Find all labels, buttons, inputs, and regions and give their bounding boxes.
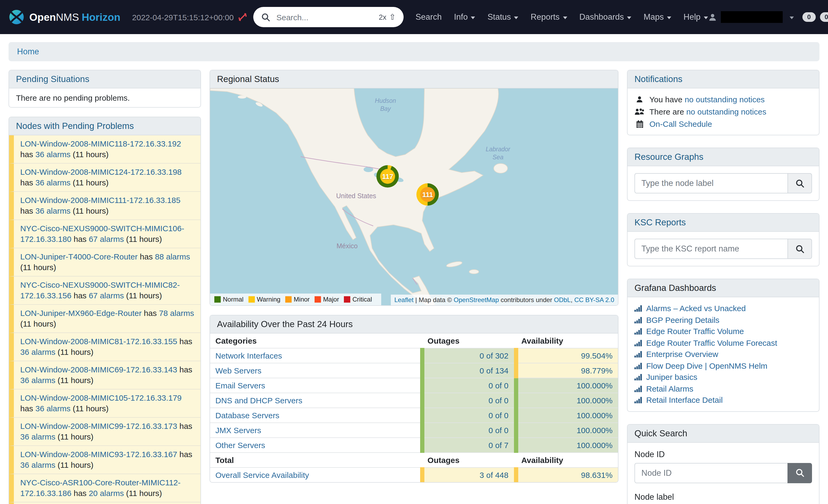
node-alarms-link[interactable]: 67 alarms — [89, 291, 124, 300]
node-alarms-link[interactable]: 78 alarms — [159, 309, 194, 318]
node-link[interactable]: LON-Window-2008-MIMIC118-172.16.33.192 — [20, 139, 181, 148]
node-problem-row: NYC-Cisco-NEXUS9000-SWITCH-MIMIC82-172.1… — [9, 276, 201, 305]
grafana-dashboards-panel: Grafana Dashboards Alarms – Acked vs Una… — [627, 279, 820, 412]
node-alarms-link[interactable]: 36 alarms — [36, 150, 71, 159]
brand-logo-link[interactable]: OpenNMSHorizon — [8, 9, 121, 25]
menu-item[interactable]: Help — [684, 12, 708, 22]
user-menu[interactable] — [708, 11, 794, 23]
overall-availability-cell: 98.631% — [516, 467, 618, 482]
node-alarms-link[interactable]: 67 alarms — [89, 234, 124, 243]
has-word: has — [72, 291, 89, 300]
node-problem-row: LON-Window-2008-MIMIC118-172.16.33.192 h… — [9, 135, 201, 164]
breadcrumb-home-link[interactable]: Home — [17, 47, 39, 56]
node-alarms-link[interactable]: 36 alarms — [20, 348, 55, 356]
grafana-dashboard-link[interactable]: Alarms – Acked vs Unacked — [646, 303, 746, 314]
bar-chart-icon — [634, 305, 642, 312]
time-sync-off-icon[interactable] — [239, 13, 247, 21]
resource-graphs-input[interactable] — [634, 173, 787, 193]
grafana-dashboard-link[interactable]: Retail Alarms — [646, 383, 693, 394]
notifications-title[interactable]: Notifications — [627, 70, 819, 88]
grafana-dashboard-link[interactable]: Edge Router Traffic Volume Forecast — [646, 337, 777, 349]
pending-situations-title[interactable]: Pending Situations — [9, 70, 201, 88]
menu-item[interactable]: Reports — [531, 12, 567, 22]
availability-total-row: Total Outages Availability — [210, 453, 618, 467]
node-id-search-button[interactable] — [787, 463, 812, 483]
ksc-reports-search-button[interactable] — [787, 239, 812, 259]
availability-cell: 100.000% — [516, 378, 618, 393]
map-cluster-marker-117[interactable]: 117 — [376, 165, 399, 188]
menu-item[interactable]: Maps — [644, 12, 671, 22]
main-menu: Search Info Status Reports Dashboards Ma… — [416, 12, 708, 22]
right-column: Notifications You have no outstanding no… — [627, 70, 820, 504]
menu-item[interactable]: Dashboards — [579, 12, 631, 22]
resource-graphs-search-button[interactable] — [787, 173, 812, 193]
node-alarms-link[interactable]: 36 alarms — [20, 432, 55, 441]
resource-graphs-title[interactable]: Resource Graphs — [627, 148, 819, 166]
node-duration: (11 hours) — [70, 178, 109, 187]
node-link[interactable]: LON-Juniper-MX960-Edge-Router — [20, 309, 141, 318]
category-link[interactable]: DNS and DHCP Servers — [215, 396, 302, 405]
ksc-reports-title[interactable]: KSC Reports — [627, 214, 819, 232]
left-column: Pending Situations There are no pending … — [8, 70, 201, 504]
menu-item[interactable]: Search — [416, 12, 442, 22]
node-link[interactable]: LON-Window-2008-MIMIC81-172.16.33.155 — [20, 337, 177, 346]
category-link[interactable]: Network Interfaces — [215, 351, 282, 360]
leaflet-link[interactable]: Leaflet — [394, 296, 413, 304]
grafana-dashboard-link[interactable]: Enterprise Overview — [646, 349, 718, 360]
has-word: has — [177, 337, 193, 346]
node-problem-row: NYC-Cisco-ASR100-Core-Router-MIMIC112-17… — [9, 474, 201, 502]
node-problem-row: LON-Window-2008-MIMIC124-172.16.33.198 h… — [9, 164, 201, 192]
category-link[interactable]: JMX Servers — [215, 426, 261, 435]
odbl-link[interactable]: ODbL — [554, 296, 571, 304]
notices-badge[interactable]: 0 — [802, 12, 816, 22]
node-duration: (11 hours) — [20, 319, 56, 328]
node-alarms-link[interactable]: 88 alarms — [155, 252, 190, 261]
osm-link[interactable]: OpenStreetMap — [454, 296, 499, 304]
grafana-dashboard-link[interactable]: Juniper basics — [646, 371, 697, 383]
overall-service-availability-link[interactable]: Overall Service Availability — [215, 470, 309, 479]
node-problem-list: LON-Window-2008-MIMIC118-172.16.33.192 h… — [9, 135, 201, 504]
nodes-panel-title[interactable]: Nodes with Pending Problems — [9, 117, 201, 135]
grafana-dashboard-link[interactable]: BGP Peering Details — [646, 314, 719, 325]
regional-status-map[interactable]: Hudson Bay Labrador Sea United States Mé… — [210, 88, 618, 305]
node-link[interactable]: LON-Window-2008-MIMIC69-172.16.33.143 — [20, 365, 177, 374]
user-notices-link[interactable]: no outstanding notices — [685, 95, 764, 104]
node-id-input[interactable] — [634, 463, 787, 483]
node-link[interactable]: LON-Window-2008-MIMIC99-172.16.33.173 — [20, 421, 177, 430]
total-availability-label: Availability — [516, 453, 618, 467]
outages-cell: 0 of 0 — [422, 408, 516, 423]
node-duration: (11 hours) — [55, 460, 93, 469]
node-alarms-link[interactable]: 36 alarms — [36, 206, 71, 215]
map-label-mexico: México — [336, 242, 358, 249]
has-word: has — [20, 404, 36, 413]
node-alarms-link[interactable]: 36 alarms — [36, 404, 71, 413]
ksc-reports-input[interactable] — [634, 239, 787, 259]
node-alarms-link[interactable]: 36 alarms — [36, 178, 71, 187]
node-link[interactable]: LON-Window-2008-MIMIC93-172.16.33.167 — [20, 450, 177, 459]
node-link[interactable]: LON-Window-2008-MIMIC111-172.16.33.185 — [20, 195, 180, 204]
ccbysa-link[interactable]: CC BY-SA 2.0 — [574, 296, 614, 304]
menu-item[interactable]: Status — [488, 12, 519, 22]
node-link[interactable]: LON-Window-2008-MIMIC105-172.16.33.179 — [20, 393, 181, 402]
map-cluster-marker-111[interactable]: 111 — [416, 183, 439, 205]
grafana-dashboard-link[interactable]: Flow Deep Dive | OpenNMS Helm — [646, 360, 768, 371]
node-alarms-link[interactable]: 36 alarms — [20, 376, 55, 385]
has-word: has — [137, 252, 155, 261]
node-alarms-link[interactable]: 20 alarms — [89, 489, 124, 498]
problems-badge[interactable]: 0 — [820, 12, 828, 22]
global-search-input[interactable] — [275, 12, 374, 22]
category-link[interactable]: Web Servers — [215, 366, 261, 375]
grafana-dashboard-link[interactable]: Retail Interface Detail — [646, 394, 723, 406]
node-alarms-link[interactable]: 36 alarms — [20, 460, 55, 469]
user-icon — [634, 95, 645, 103]
category-link[interactable]: Email Servers — [215, 381, 265, 390]
availability-cell: 100.000% — [516, 438, 618, 453]
node-link[interactable]: LON-Window-2008-MIMIC124-172.16.33.198 — [20, 167, 181, 176]
all-notices-link[interactable]: no outstanding notices — [686, 107, 766, 116]
grafana-dashboard-link[interactable]: Edge Router Traffic Volume — [646, 325, 744, 337]
node-link[interactable]: LON-Juniper-T4000-Core-Router — [20, 252, 137, 261]
menu-item[interactable]: Info — [454, 12, 475, 22]
oncall-schedule-link[interactable]: On-Call Schedule — [649, 118, 712, 130]
category-link[interactable]: Other Servers — [215, 441, 265, 450]
category-link[interactable]: Database Servers — [215, 411, 279, 420]
